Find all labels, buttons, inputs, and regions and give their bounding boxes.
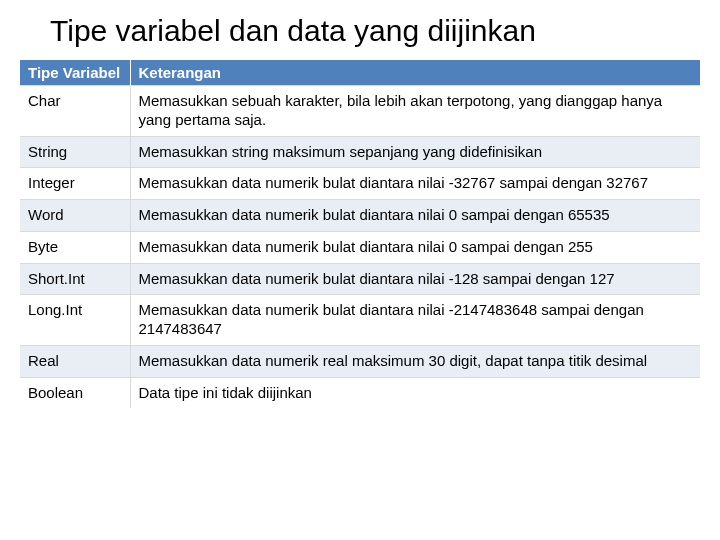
cell-type: String xyxy=(20,136,130,168)
cell-desc: Memasukkan data numerik bulat diantara n… xyxy=(130,168,700,200)
cell-desc: Memasukkan string maksimum sepanjang yan… xyxy=(130,136,700,168)
cell-desc: Memasukkan sebuah karakter, bila lebih a… xyxy=(130,86,700,137)
cell-desc: Memasukkan data numerik bulat diantara n… xyxy=(130,231,700,263)
header-type: Tipe Variabel xyxy=(20,60,130,86)
table-header-row: Tipe Variabel Keterangan xyxy=(20,60,700,86)
cell-type: Char xyxy=(20,86,130,137)
table-row: Integer Memasukkan data numerik bulat di… xyxy=(20,168,700,200)
cell-desc: Memasukkan data numerik real maksimum 30… xyxy=(130,345,700,377)
table-row: Char Memasukkan sebuah karakter, bila le… xyxy=(20,86,700,137)
cell-type: Long.Int xyxy=(20,295,130,346)
cell-desc: Memasukkan data numerik bulat diantara n… xyxy=(130,295,700,346)
cell-type: Real xyxy=(20,345,130,377)
variable-types-table: Tipe Variabel Keterangan Char Memasukkan… xyxy=(20,60,700,408)
table-row: Boolean Data tipe ini tidak diijinkan xyxy=(20,377,700,408)
page-title: Tipe variabel dan data yang diijinkan xyxy=(50,14,700,48)
table-row: String Memasukkan string maksimum sepanj… xyxy=(20,136,700,168)
cell-type: Boolean xyxy=(20,377,130,408)
cell-type: Word xyxy=(20,200,130,232)
cell-desc: Data tipe ini tidak diijinkan xyxy=(130,377,700,408)
table-row: Long.Int Memasukkan data numerik bulat d… xyxy=(20,295,700,346)
slide: Tipe variabel dan data yang diijinkan Ti… xyxy=(0,0,720,540)
cell-type: Integer xyxy=(20,168,130,200)
cell-type: Byte xyxy=(20,231,130,263)
table-row: Byte Memasukkan data numerik bulat diant… xyxy=(20,231,700,263)
table-row: Real Memasukkan data numerik real maksim… xyxy=(20,345,700,377)
table-row: Word Memasukkan data numerik bulat diant… xyxy=(20,200,700,232)
cell-desc: Memasukkan data numerik bulat diantara n… xyxy=(130,263,700,295)
cell-desc: Memasukkan data numerik bulat diantara n… xyxy=(130,200,700,232)
cell-type: Short.Int xyxy=(20,263,130,295)
header-desc: Keterangan xyxy=(130,60,700,86)
table-row: Short.Int Memasukkan data numerik bulat … xyxy=(20,263,700,295)
